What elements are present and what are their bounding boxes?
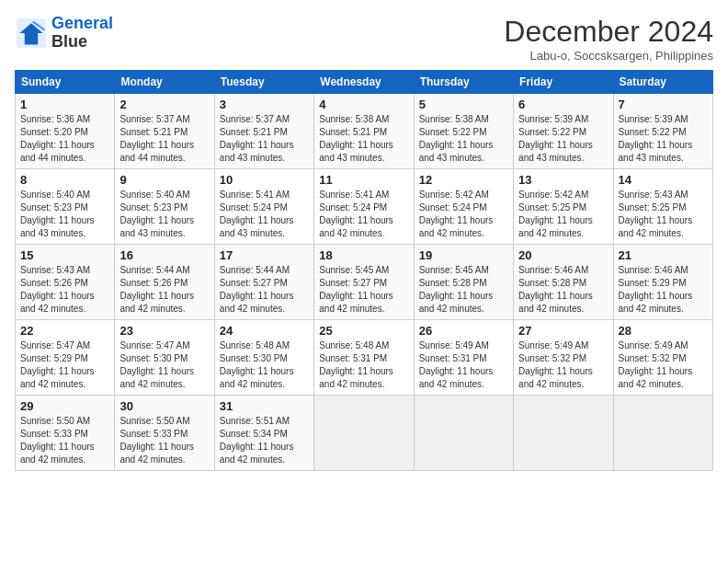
calendar-cell: 12 Sunrise: 5:42 AMSunset: 5:24 PMDaylig… <box>414 169 513 245</box>
day-info: Sunrise: 5:49 AMSunset: 5:32 PMDaylight:… <box>518 340 593 389</box>
day-info: Sunrise: 5:50 AMSunset: 5:33 PMDaylight:… <box>119 416 194 465</box>
logo-icon <box>15 17 48 50</box>
calendar-cell: 14 Sunrise: 5:43 AMSunset: 5:25 PMDaylig… <box>613 169 712 245</box>
day-number: 20 <box>518 248 608 262</box>
day-number: 5 <box>419 98 508 111</box>
week-row-4: 22 Sunrise: 5:47 AMSunset: 5:29 PMDaylig… <box>16 320 713 396</box>
dow-saturday: Saturday <box>613 71 712 94</box>
calendar-cell <box>514 396 613 471</box>
day-info: Sunrise: 5:41 AMSunset: 5:24 PMDaylight:… <box>220 190 294 238</box>
week-row-1: 1 Sunrise: 5:36 AMSunset: 5:20 PMDayligh… <box>16 94 713 169</box>
day-number: 22 <box>20 324 109 338</box>
day-info: Sunrise: 5:37 AMSunset: 5:21 PMDaylight:… <box>119 114 194 163</box>
dow-wednesday: Wednesday <box>314 71 414 94</box>
day-info: Sunrise: 5:49 AMSunset: 5:32 PMDaylight:… <box>619 340 693 389</box>
calendar-cell: 11 Sunrise: 5:41 AMSunset: 5:24 PMDaylig… <box>314 169 414 245</box>
calendar-cell: 16 Sunrise: 5:44 AMSunset: 5:26 PMDaylig… <box>115 245 214 320</box>
day-number: 14 <box>619 173 708 187</box>
calendar-cell: 22 Sunrise: 5:47 AMSunset: 5:29 PMDaylig… <box>16 320 115 396</box>
calendar-subtitle: Labu-o, Soccsksargen, Philippines <box>504 49 713 63</box>
week-row-5: 29 Sunrise: 5:50 AMSunset: 5:33 PMDaylig… <box>16 396 713 471</box>
week-row-2: 8 Sunrise: 5:40 AMSunset: 5:23 PMDayligh… <box>16 169 713 245</box>
calendar-cell: 27 Sunrise: 5:49 AMSunset: 5:32 PMDaylig… <box>514 320 613 396</box>
day-info: Sunrise: 5:49 AMSunset: 5:31 PMDaylight:… <box>419 340 494 389</box>
dow-monday: Monday <box>115 71 214 94</box>
calendar-cell: 15 Sunrise: 5:43 AMSunset: 5:26 PMDaylig… <box>16 245 115 320</box>
day-number: 3 <box>220 98 309 111</box>
calendar-cell <box>314 396 414 471</box>
title-block: December 2024 Labu-o, Soccsksargen, Phil… <box>504 15 713 63</box>
day-info: Sunrise: 5:42 AMSunset: 5:25 PMDaylight:… <box>518 190 593 238</box>
day-number: 4 <box>319 98 408 111</box>
day-number: 31 <box>220 399 309 413</box>
calendar-cell: 25 Sunrise: 5:48 AMSunset: 5:31 PMDaylig… <box>314 320 414 396</box>
calendar-cell: 4 Sunrise: 5:38 AMSunset: 5:21 PMDayligh… <box>314 94 414 169</box>
day-number: 15 <box>20 248 109 262</box>
calendar-cell: 29 Sunrise: 5:50 AMSunset: 5:33 PMDaylig… <box>16 396 115 471</box>
calendar-cell: 9 Sunrise: 5:40 AMSunset: 5:23 PMDayligh… <box>115 169 214 245</box>
day-number: 1 <box>20 98 109 111</box>
day-number: 30 <box>119 399 209 413</box>
day-info: Sunrise: 5:42 AMSunset: 5:24 PMDaylight:… <box>419 190 494 238</box>
day-number: 8 <box>20 173 109 187</box>
day-info: Sunrise: 5:48 AMSunset: 5:31 PMDaylight:… <box>319 340 393 389</box>
day-number: 9 <box>119 173 209 187</box>
calendar-cell: 13 Sunrise: 5:42 AMSunset: 5:25 PMDaylig… <box>514 169 613 245</box>
days-of-week-row: Sunday Monday Tuesday Wednesday Thursday… <box>16 71 713 94</box>
day-info: Sunrise: 5:41 AMSunset: 5:24 PMDaylight:… <box>319 190 393 238</box>
day-info: Sunrise: 5:38 AMSunset: 5:21 PMDaylight:… <box>319 114 393 163</box>
calendar-cell: 6 Sunrise: 5:39 AMSunset: 5:22 PMDayligh… <box>514 94 613 169</box>
day-number: 21 <box>619 248 708 262</box>
day-info: Sunrise: 5:44 AMSunset: 5:27 PMDaylight:… <box>220 265 294 314</box>
day-number: 7 <box>619 98 708 111</box>
page-header: GeneralBlue December 2024 Labu-o, Soccsk… <box>15 15 713 63</box>
calendar-title: December 2024 <box>504 15 713 49</box>
calendar-cell: 24 Sunrise: 5:48 AMSunset: 5:30 PMDaylig… <box>214 320 313 396</box>
dow-tuesday: Tuesday <box>214 71 313 94</box>
calendar-cell: 2 Sunrise: 5:37 AMSunset: 5:21 PMDayligh… <box>115 94 214 169</box>
day-info: Sunrise: 5:45 AMSunset: 5:27 PMDaylight:… <box>319 265 393 314</box>
calendar-body: 1 Sunrise: 5:36 AMSunset: 5:20 PMDayligh… <box>16 94 713 471</box>
calendar-cell: 30 Sunrise: 5:50 AMSunset: 5:33 PMDaylig… <box>115 396 214 471</box>
dow-sunday: Sunday <box>16 71 115 94</box>
day-info: Sunrise: 5:40 AMSunset: 5:23 PMDaylight:… <box>20 190 95 238</box>
day-number: 25 <box>319 324 408 338</box>
dow-friday: Friday <box>514 71 613 94</box>
day-number: 27 <box>518 324 608 338</box>
calendar-cell: 5 Sunrise: 5:38 AMSunset: 5:22 PMDayligh… <box>414 94 513 169</box>
week-row-3: 15 Sunrise: 5:43 AMSunset: 5:26 PMDaylig… <box>16 245 713 320</box>
day-info: Sunrise: 5:43 AMSunset: 5:25 PMDaylight:… <box>619 190 693 238</box>
day-number: 29 <box>20 399 109 413</box>
day-number: 2 <box>119 98 209 111</box>
calendar-cell <box>613 396 712 471</box>
calendar-cell: 17 Sunrise: 5:44 AMSunset: 5:27 PMDaylig… <box>214 245 313 320</box>
calendar-cell: 20 Sunrise: 5:46 AMSunset: 5:28 PMDaylig… <box>514 245 613 320</box>
calendar-cell: 7 Sunrise: 5:39 AMSunset: 5:22 PMDayligh… <box>613 94 712 169</box>
calendar-cell: 21 Sunrise: 5:46 AMSunset: 5:29 PMDaylig… <box>613 245 712 320</box>
calendar-cell: 18 Sunrise: 5:45 AMSunset: 5:27 PMDaylig… <box>314 245 414 320</box>
day-number: 26 <box>419 324 508 338</box>
day-info: Sunrise: 5:37 AMSunset: 5:21 PMDaylight:… <box>220 114 294 163</box>
day-number: 17 <box>220 248 309 262</box>
day-number: 13 <box>518 173 608 187</box>
day-number: 23 <box>119 324 209 338</box>
day-info: Sunrise: 5:48 AMSunset: 5:30 PMDaylight:… <box>220 340 294 389</box>
day-info: Sunrise: 5:38 AMSunset: 5:22 PMDaylight:… <box>419 114 494 163</box>
calendar-cell: 19 Sunrise: 5:45 AMSunset: 5:28 PMDaylig… <box>414 245 513 320</box>
calendar-cell: 1 Sunrise: 5:36 AMSunset: 5:20 PMDayligh… <box>16 94 115 169</box>
day-number: 6 <box>518 98 608 111</box>
day-number: 18 <box>319 248 408 262</box>
calendar-cell: 10 Sunrise: 5:41 AMSunset: 5:24 PMDaylig… <box>214 169 313 245</box>
day-info: Sunrise: 5:46 AMSunset: 5:29 PMDaylight:… <box>619 265 693 314</box>
calendar-cell: 3 Sunrise: 5:37 AMSunset: 5:21 PMDayligh… <box>214 94 313 169</box>
day-number: 16 <box>119 248 209 262</box>
day-info: Sunrise: 5:47 AMSunset: 5:29 PMDaylight:… <box>20 340 95 389</box>
day-info: Sunrise: 5:39 AMSunset: 5:22 PMDaylight:… <box>619 114 693 163</box>
day-info: Sunrise: 5:43 AMSunset: 5:26 PMDaylight:… <box>20 265 95 314</box>
calendar-cell <box>414 396 513 471</box>
calendar-cell: 31 Sunrise: 5:51 AMSunset: 5:34 PMDaylig… <box>214 396 313 471</box>
day-number: 11 <box>319 173 408 187</box>
day-info: Sunrise: 5:50 AMSunset: 5:33 PMDaylight:… <box>20 416 95 465</box>
day-info: Sunrise: 5:36 AMSunset: 5:20 PMDaylight:… <box>20 114 95 163</box>
day-number: 10 <box>220 173 309 187</box>
